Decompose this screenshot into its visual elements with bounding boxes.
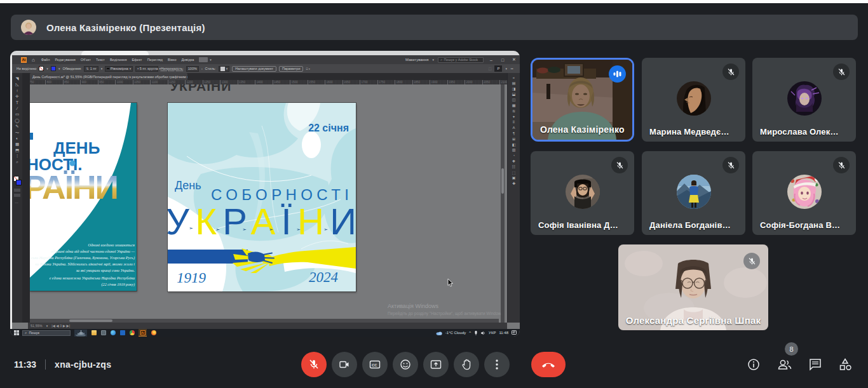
start-button[interactable] — [14, 330, 19, 335]
workspace-switcher[interactable]: Макетування — [405, 58, 428, 62]
end-call-button[interactable] — [531, 352, 566, 377]
raise-hand-button[interactable] — [454, 352, 479, 377]
participant-tile-sofia-bohdana[interactable]: Софія-Богдана В… — [752, 151, 856, 235]
tray-expand-chevron[interactable]: ^ — [469, 331, 471, 335]
chrome-icon[interactable] — [130, 330, 135, 335]
panel-icon[interactable]: ✦ — [512, 115, 515, 119]
firefox-icon[interactable] — [151, 330, 156, 335]
panel-icon[interactable]: ◨ — [512, 87, 516, 91]
present-button[interactable] — [423, 352, 449, 377]
taskbar-ship-widget[interactable] — [74, 330, 87, 337]
tool-icon[interactable]: ∕ — [17, 107, 17, 110]
stroke-swatch[interactable] — [51, 66, 56, 71]
participant-tile-olena[interactable]: Олена Казіміренко — [531, 58, 634, 142]
participant-tile-oleksandra[interactable]: Олександра Сергіївна Шпак — [618, 244, 768, 330]
panel-icon[interactable]: ✚ — [512, 182, 515, 185]
illustrator-logo-icon[interactable]: Ai — [21, 57, 27, 63]
preferences-button[interactable]: Параметри — [279, 66, 303, 72]
panel-icon[interactable]: ⬚ — [512, 171, 516, 175]
tool-icon[interactable]: ◥ — [16, 77, 19, 81]
tool-icon[interactable]: ◯ — [15, 119, 19, 123]
tool-icon[interactable]: ▭ — [15, 112, 19, 116]
illustrator-taskbar-active[interactable]: Ai — [139, 329, 147, 337]
participant-tile-myroslava[interactable]: Мирослава Олек… — [752, 58, 856, 142]
document-setup-button[interactable]: Налаштувати документ — [232, 66, 276, 72]
panel-icon[interactable]: ◔ — [513, 154, 515, 157]
panel-icon[interactable]: ≡ — [513, 120, 515, 124]
panel-icon[interactable]: ▥ — [512, 148, 516, 152]
list-icon[interactable]: ≔ — [510, 67, 513, 70]
activities-button[interactable] — [837, 357, 853, 372]
vertical-scrollbar[interactable] — [501, 84, 505, 323]
window-maximize-button[interactable]: □ — [499, 58, 506, 62]
panel-icon[interactable]: ◧ — [512, 143, 516, 147]
app-icon-dark[interactable] — [101, 330, 106, 335]
screenshare-tile[interactable]: Ai ⌂ ФайлРедагуванняОб'єктТекстВиділення… — [10, 51, 520, 337]
panel-icon[interactable]: ▦ — [512, 104, 516, 107]
tool-icon[interactable]: ✎ — [15, 124, 18, 128]
tool-icon[interactable]: ⬒ — [15, 149, 19, 152]
style-swatch[interactable]: ▾ — [219, 66, 230, 72]
panel-icon[interactable]: ▣ — [512, 176, 516, 180]
opacity-value[interactable]: 100% — [186, 66, 199, 72]
taskbar-clock[interactable]: 11:48 — [499, 331, 508, 335]
panel-icon[interactable]: ▤ — [512, 81, 516, 85]
illustrator-canvas[interactable]: УКРАЇНИ ДЕНЬ НОСТІ. РАЇНИ Однині воєдино — [28, 84, 507, 323]
file-explorer-icon[interactable] — [92, 330, 97, 335]
opacity-label[interactable]: Непрозорість: — [161, 67, 184, 70]
more-options-button[interactable] — [484, 352, 510, 377]
zoom-level[interactable]: 51,55% — [31, 324, 43, 328]
people-button[interactable] — [777, 357, 792, 372]
horizontal-scrollbar-thumb[interactable] — [69, 319, 112, 322]
edit-toolbar-icon[interactable]: … — [15, 200, 18, 204]
mic-toggle-button[interactable] — [301, 352, 327, 377]
menu-bar[interactable]: ФайлРедагуванняОб'єктТекстВиділенняЕфект… — [41, 58, 194, 62]
home-icon[interactable]: ⌂ — [32, 57, 35, 63]
tool-icon[interactable]: ⌕ — [16, 160, 18, 164]
arrange-documents-icon[interactable] — [199, 57, 208, 62]
tool-icon[interactable]: ◺ — [16, 83, 19, 86]
chat-button[interactable] — [808, 357, 823, 372]
brush-select[interactable]: • 5 пт. кругла▾ — [135, 66, 158, 72]
panel-icon[interactable]: ❖ — [512, 159, 515, 163]
menu-item[interactable]: Перегляд — [147, 58, 163, 62]
tool-icon[interactable]: ▩ — [15, 142, 19, 146]
menu-item[interactable]: Виділення — [110, 58, 127, 62]
fill-swatch[interactable] — [39, 66, 44, 71]
edge-icon[interactable] — [111, 330, 116, 335]
panel-icon[interactable]: A — [512, 126, 515, 130]
panel-icon[interactable]: ¶ — [513, 131, 515, 135]
artboard-navigation[interactable]: |◀ ◀ 3 ▶ ▶| — [51, 324, 70, 328]
camera-toggle-button[interactable] — [332, 352, 357, 377]
participant-tile-sofia-ivanivna[interactable]: Софія Іванівна Д… — [531, 151, 634, 235]
document-tab[interactable]: День Соборності.ai* @ 51,55% (RGB/Попере… — [30, 73, 187, 80]
panel-icon[interactable]: ⬓ — [512, 92, 516, 96]
grid-icon[interactable]: ⬚ — [489, 67, 492, 70]
taskbar-search-input[interactable]: ⌕Пошук — [22, 330, 71, 336]
photos-app-icon[interactable] — [120, 330, 125, 335]
stroke-profile-select[interactable]: Рівномірна▾ — [105, 66, 133, 72]
stock-search-input[interactable]: ⌕Пошук у Adobe Stock — [438, 57, 484, 63]
tool-icon[interactable]: ◐ — [16, 137, 18, 140]
tool-icon[interactable]: T — [16, 101, 18, 105]
tool-icon[interactable]: ᎒ — [16, 154, 18, 158]
menu-item[interactable]: Вікно — [168, 58, 176, 62]
tool-icon[interactable]: ✛ — [15, 95, 18, 98]
vertical-scrollbar-thumb[interactable] — [501, 168, 504, 194]
menu-item[interactable]: Ефект — [132, 58, 142, 62]
panel-icon[interactable]: ≋ — [512, 109, 515, 113]
panel-icon[interactable]: « — [513, 76, 515, 79]
panel-icon[interactable]: ☷ — [512, 165, 515, 169]
keyboard-layout[interactable]: УКР — [489, 331, 496, 335]
panel-dock[interactable]: «▤◨⬓◫▦≋✦≡A¶⊞◧▥◔❖☷⬚▣✚ — [507, 73, 520, 323]
panel-icon[interactable]: ⊞ — [512, 137, 515, 141]
properties-badge[interactable]: P — [494, 65, 502, 72]
participant-tile-marina[interactable]: Марина Медведє… — [642, 58, 745, 142]
tool-icon[interactable]: ⟊ — [17, 89, 18, 93]
weather-text[interactable]: -1°C Cloudy — [445, 331, 466, 335]
tools-panel[interactable]: ◥◺⟊✛T∕▭◯✎〜◐▩⬒᎒⌕ … — [12, 73, 28, 323]
screen-mode-icon[interactable] — [14, 194, 20, 197]
reactions-button[interactable] — [393, 352, 418, 377]
captions-button[interactable]: CC — [362, 352, 388, 377]
meeting-details-button[interactable] — [746, 357, 761, 372]
